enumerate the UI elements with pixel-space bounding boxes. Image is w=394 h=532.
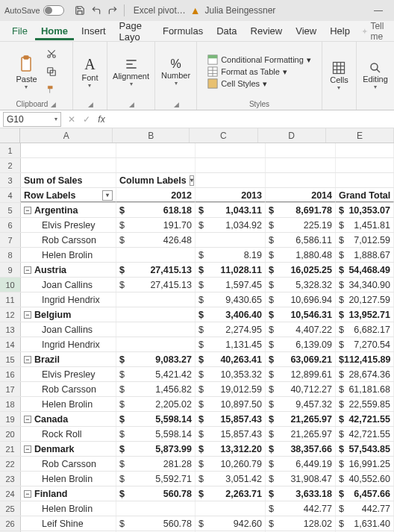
- cell[interactable]: $21,265.97: [266, 412, 336, 426]
- row-header[interactable]: 12: [0, 307, 21, 322]
- cell[interactable]: $57,543.85: [336, 442, 394, 456]
- cell[interactable]: $942.60: [196, 516, 266, 531]
- cell[interactable]: [116, 322, 196, 337]
- cell[interactable]: [116, 337, 196, 351]
- cell[interactable]: $1,131.45: [196, 337, 266, 351]
- cell[interactable]: $6,139.09: [266, 337, 336, 351]
- cell[interactable]: $225.19: [266, 218, 336, 232]
- year-2014[interactable]: 2014: [266, 188, 336, 202]
- row-header[interactable]: 23: [0, 472, 21, 486]
- cell[interactable]: $5,598.14: [116, 427, 196, 441]
- tab-formulas[interactable]: Formulas: [157, 22, 209, 40]
- cell[interactable]: $1,451.81: [336, 218, 394, 232]
- cell[interactable]: $2,274.95: [196, 322, 266, 337]
- cell[interactable]: $27,415.13: [116, 278, 196, 292]
- save-icon[interactable]: [72, 2, 88, 19]
- cell[interactable]: $10,546.31: [266, 307, 336, 322]
- number-button[interactable]: %Number▾: [158, 56, 193, 88]
- cell[interactable]: $40,552.60: [336, 472, 394, 486]
- cell[interactable]: $8,691.78: [266, 203, 336, 217]
- cell[interactable]: $16,991.25: [336, 457, 394, 471]
- cell[interactable]: [116, 158, 196, 172]
- cell[interactable]: [266, 143, 336, 157]
- col-header-b[interactable]: B: [113, 128, 190, 143]
- cell[interactable]: $426.48: [116, 233, 196, 247]
- person-label[interactable]: Helen Brolin: [21, 501, 116, 516]
- cell[interactable]: [116, 248, 196, 262]
- autosave-toggle[interactable]: AutoSave: [4, 5, 64, 16]
- cell[interactable]: $1,597.45: [196, 278, 266, 292]
- collapse-icon[interactable]: −: [24, 445, 31, 453]
- cell[interactable]: $63,069.21: [266, 352, 336, 366]
- row-header[interactable]: 6: [0, 218, 21, 232]
- person-label[interactable]: Helen Brolin: [21, 397, 116, 411]
- row-header[interactable]: 7: [0, 233, 21, 247]
- col-header-a[interactable]: A: [20, 128, 113, 143]
- alignment-button[interactable]: Alignment▾: [110, 55, 152, 89]
- cell[interactable]: $3,406.40: [196, 307, 266, 322]
- collapse-icon[interactable]: −: [24, 207, 31, 214]
- row-header[interactable]: 8: [0, 248, 21, 262]
- cell[interactable]: $5,873.99: [116, 442, 196, 456]
- format-as-table-button[interactable]: Format as Table ▾: [207, 66, 311, 77]
- tab-page-layout[interactable]: Page Layo: [113, 17, 155, 46]
- pivot-title[interactable]: Sum of Sales: [21, 173, 116, 187]
- cell[interactable]: $40,712.27: [266, 382, 336, 396]
- tab-insert[interactable]: Insert: [75, 22, 112, 40]
- row-header[interactable]: 11: [0, 292, 21, 307]
- cell[interactable]: $4,407.22: [266, 322, 336, 337]
- row-header[interactable]: 17: [0, 382, 21, 396]
- row-header[interactable]: 21: [0, 442, 21, 456]
- minimize-button[interactable]: —: [367, 0, 390, 21]
- cell[interactable]: $10,353.32: [196, 367, 266, 381]
- cell[interactable]: $10,260.79: [196, 457, 266, 471]
- country-label[interactable]: −Canada: [21, 412, 116, 426]
- conditional-formatting-button[interactable]: Conditional Formatting ▾: [207, 54, 311, 65]
- row-header[interactable]: 13: [0, 322, 21, 337]
- cell[interactable]: [116, 307, 196, 322]
- row-header[interactable]: 18: [0, 397, 21, 411]
- person-label[interactable]: Rock Roll: [21, 427, 116, 441]
- person-label[interactable]: Rob Carsson: [21, 457, 116, 471]
- tab-data[interactable]: Data: [210, 22, 243, 40]
- cell[interactable]: $20,127.59: [336, 292, 394, 307]
- cell[interactable]: $10,897.50: [196, 397, 266, 411]
- cell[interactable]: $191.70: [116, 218, 196, 232]
- cell[interactable]: $1,631.40: [336, 516, 394, 531]
- cell[interactable]: [336, 173, 394, 187]
- row-header[interactable]: 20: [0, 427, 21, 441]
- name-box[interactable]: G10▾: [3, 112, 61, 127]
- collapse-icon[interactable]: −: [24, 356, 31, 363]
- cell[interactable]: $5,598.14: [116, 412, 196, 426]
- cut-icon[interactable]: [43, 46, 60, 62]
- collapse-icon[interactable]: −: [24, 416, 31, 423]
- country-label[interactable]: −Denmark: [21, 442, 116, 456]
- person-label[interactable]: Helen Brolin: [21, 472, 116, 486]
- cell[interactable]: $1,888.67: [336, 248, 394, 262]
- row-header[interactable]: 15: [0, 352, 21, 366]
- cell[interactable]: $1,034.92: [196, 218, 266, 232]
- tab-view[interactable]: View: [290, 22, 322, 40]
- cell[interactable]: $6,457.66: [336, 486, 394, 501]
- cell[interactable]: $6,449.19: [266, 457, 336, 471]
- dropdown-icon[interactable]: ▾: [190, 175, 194, 186]
- cell[interactable]: $9,457.32: [266, 397, 336, 411]
- tab-review[interactable]: Review: [245, 22, 289, 40]
- fx-icon[interactable]: fx: [94, 114, 109, 125]
- cell[interactable]: [21, 143, 116, 157]
- country-label[interactable]: −Belgium: [21, 307, 116, 322]
- cell[interactable]: [196, 143, 266, 157]
- collapse-icon[interactable]: −: [24, 490, 31, 498]
- country-label[interactable]: −Brazil: [21, 352, 116, 366]
- cell[interactable]: $5,421.42: [116, 367, 196, 381]
- cell[interactable]: [266, 173, 336, 187]
- row-header[interactable]: 4: [0, 188, 21, 202]
- tab-help[interactable]: Help: [324, 22, 356, 40]
- row-header[interactable]: 19: [0, 412, 21, 426]
- cell[interactable]: $5,592.71: [116, 472, 196, 486]
- cancel-formula-icon[interactable]: ✕: [64, 114, 79, 125]
- grand-total-header[interactable]: Grand Total: [336, 188, 394, 202]
- cell[interactable]: [336, 158, 394, 172]
- undo-icon[interactable]: [88, 2, 104, 19]
- cell[interactable]: $112,415.89: [336, 352, 394, 366]
